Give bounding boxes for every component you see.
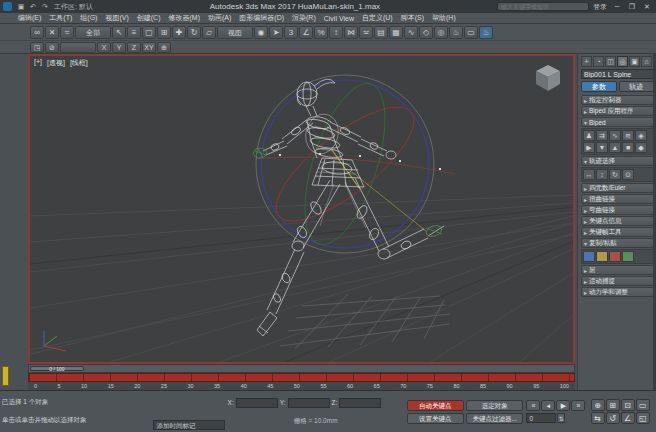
align-icon[interactable]: ≍	[359, 26, 373, 39]
maximize-viewport-icon[interactable]: ◱	[636, 412, 650, 424]
view-cube[interactable]	[533, 62, 563, 96]
workspace-selector[interactable]: 工作区: 默认	[54, 2, 93, 12]
rollout-motion-capture[interactable]: ▸运动捕捉	[581, 276, 654, 286]
time-slider-handle[interactable]: 0 / 100	[30, 366, 84, 371]
mixer-mode-button[interactable]: ≋	[622, 130, 634, 141]
tab-create[interactable]: +	[581, 56, 592, 67]
axis-constraint-y-icon[interactable]: Y	[112, 42, 126, 53]
menu-item[interactable]: 修改器(M)	[164, 13, 204, 23]
rendered-frame-icon[interactable]: ▭	[464, 26, 478, 39]
rollout-biped-apps[interactable]: ▸Biped 应用程序	[581, 106, 654, 116]
select-object-icon[interactable]: ↖	[112, 26, 126, 39]
menu-item[interactable]: 创建(C)	[133, 13, 165, 23]
use-pivot-center-icon[interactable]: ◉	[254, 26, 268, 39]
body-vertical-button[interactable]: ↕	[596, 169, 608, 180]
menu-item[interactable]: 编辑(E)	[14, 13, 45, 23]
copy-collection-button[interactable]	[583, 251, 595, 262]
select-and-scale-icon[interactable]: ▱	[202, 26, 216, 39]
angle-snap-icon[interactable]: ∠	[299, 26, 313, 39]
tab-motion[interactable]: ◎	[617, 56, 628, 67]
play-button[interactable]: ▶	[556, 400, 570, 411]
rollout-quaternion-euler[interactable]: ▸四元数/Euler	[581, 183, 654, 193]
viewport-menu-plus[interactable]: [+]	[34, 58, 42, 68]
rollout-biped[interactable]: ▾Biped	[581, 117, 654, 127]
figure-mode-button[interactable]: ♟	[583, 130, 595, 141]
parameters-button[interactable]: 参数	[581, 81, 617, 92]
maximize-button[interactable]: ❐	[626, 2, 638, 12]
coordinate-x-field[interactable]	[236, 398, 278, 408]
lock-com-keying-button[interactable]: ⊙	[622, 169, 634, 180]
menu-item[interactable]: 帮助(H)	[428, 13, 460, 23]
rollout-assign-controller[interactable]: ▸指定控制器	[581, 95, 654, 105]
paste-posture-button[interactable]	[609, 251, 621, 262]
axis-constraint-x-icon[interactable]: X	[97, 42, 111, 53]
axis-constraint-z-icon[interactable]: Z	[127, 42, 141, 53]
move-pivot-button[interactable]: ◆	[635, 142, 647, 153]
material-editor-icon[interactable]: ◎	[434, 26, 448, 39]
selected-object-name[interactable]: Bip001 L Spine	[581, 69, 654, 79]
rollout-twist-links[interactable]: ▸扭曲链接	[581, 194, 654, 204]
snap-extra-icon[interactable]: ⊕	[157, 42, 171, 53]
orbit-icon[interactable]: ↺	[606, 412, 620, 424]
render-setup-icon[interactable]: ♨	[449, 26, 463, 39]
graphite-ribbon-icon[interactable]: ▦	[389, 26, 403, 39]
bind-to-spacewarp-icon[interactable]: ≈	[60, 26, 74, 39]
rollout-copy-paste[interactable]: ▾复制/粘贴	[581, 238, 654, 248]
body-rotation-button[interactable]: ↻	[609, 169, 621, 180]
named-selection-sets-dropdown[interactable]	[60, 42, 96, 53]
selection-filter-dropdown[interactable]: 全部	[75, 26, 111, 39]
close-button[interactable]: ✕	[641, 2, 653, 12]
menu-item[interactable]: 自定义(U)	[358, 13, 397, 23]
layer-manager-icon[interactable]: ▤	[374, 26, 388, 39]
zoom-all-icon[interactable]: ⊞	[606, 399, 620, 411]
sign-in-button[interactable]: 登录	[593, 2, 607, 12]
rollout-keyframing-tools[interactable]: ▸关键帧工具	[581, 227, 654, 237]
redo-icon[interactable]: ↷	[40, 2, 50, 12]
menu-item[interactable]: 动画(A)	[204, 13, 235, 23]
window-crossing-icon[interactable]: ⊞	[157, 26, 171, 39]
current-frame-field[interactable]: 0	[526, 413, 556, 423]
menu-item[interactable]: Civil View	[320, 15, 358, 22]
rollout-track-selection[interactable]: ▾轨迹选择	[581, 156, 654, 166]
go-to-start-button[interactable]: «	[526, 400, 540, 411]
time-tag-field[interactable]: 添加时间标记	[153, 420, 224, 430]
pan-icon[interactable]: ⇆	[591, 412, 605, 424]
reference-coordinate-dropdown[interactable]: 视图	[217, 26, 253, 39]
copy-posture-button[interactable]	[596, 251, 608, 262]
body-horizontal-button[interactable]: ↔	[583, 169, 595, 180]
biped-playback-button[interactable]: ▶	[583, 142, 595, 153]
rollout-bend-links[interactable]: ▸弯曲链接	[581, 205, 654, 215]
timeline-marker[interactable]	[2, 366, 9, 386]
trajectories-button[interactable]: 轨迹	[619, 81, 655, 92]
menu-item[interactable]: 渲染(R)	[288, 13, 320, 23]
zoom-region-icon[interactable]: ▭	[636, 399, 650, 411]
curve-editor-icon[interactable]: ∿	[404, 26, 418, 39]
tab-utilities[interactable]: ⌂	[641, 56, 652, 67]
key-filters-button[interactable]: 关键点过滤器...	[466, 413, 523, 424]
move-all-mode-button[interactable]: ◈	[635, 130, 647, 141]
rectangular-selection-icon[interactable]: ▢	[142, 26, 156, 39]
save-icon[interactable]: ▣	[16, 2, 26, 12]
rollout-layers[interactable]: ▸层	[581, 265, 654, 275]
time-slider[interactable]: 0 / 100	[28, 364, 575, 373]
previous-frame-button[interactable]: ◂	[541, 400, 555, 411]
coordinate-z-field[interactable]	[339, 398, 381, 408]
unlink-selection-icon[interactable]: ✕	[45, 26, 59, 39]
menu-item[interactable]: 视图(V)	[101, 13, 132, 23]
schematic-view-icon[interactable]: ◇	[419, 26, 433, 39]
set-key-button[interactable]: 设置关键点	[407, 413, 464, 424]
minimize-button[interactable]: ─	[611, 2, 623, 12]
isolate-selection-icon[interactable]: ◳	[30, 42, 44, 53]
menu-item[interactable]: 工具(T)	[45, 13, 76, 23]
convert-button[interactable]: ■	[622, 142, 634, 153]
app-logo-icon[interactable]	[3, 2, 12, 11]
tab-hierarchy[interactable]: ◫	[605, 56, 616, 67]
load-file-button[interactable]: ▼	[596, 142, 608, 153]
rollout-key-info[interactable]: ▸关键点信息	[581, 216, 654, 226]
zoom-extents-icon[interactable]: ⊡	[621, 399, 635, 411]
select-and-manipulate-icon[interactable]: ➤	[269, 26, 283, 39]
undo-icon[interactable]: ↶	[28, 2, 38, 12]
track-bar[interactable]	[28, 373, 575, 382]
coordinate-y-field[interactable]	[288, 398, 330, 408]
motion-flow-mode-button[interactable]: ∿	[609, 130, 621, 141]
